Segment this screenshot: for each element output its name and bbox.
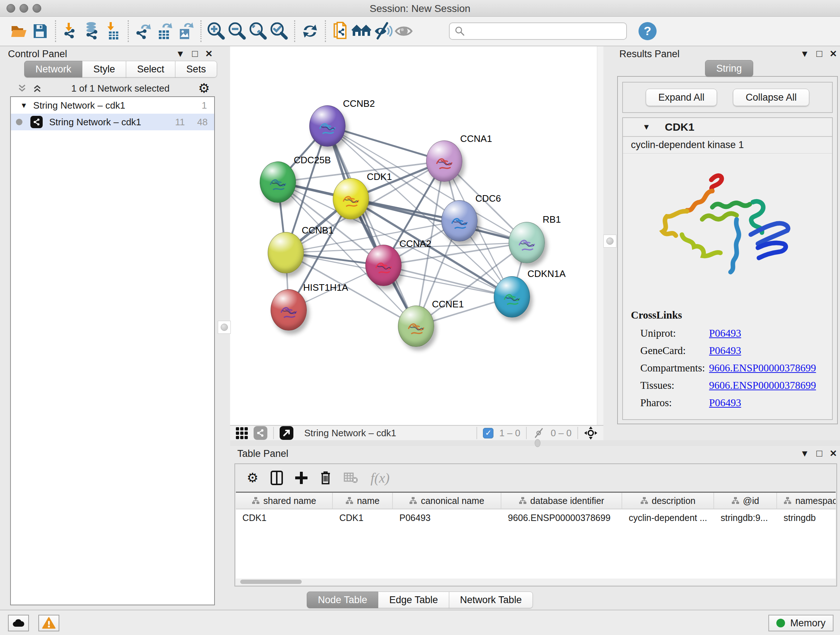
selected-checkbox-icon[interactable]: ✓	[483, 428, 493, 439]
export-table-icon[interactable]	[154, 21, 175, 42]
tab-edge-table[interactable]: Edge Table	[378, 592, 449, 608]
float-panel-icon[interactable]: ▼	[800, 448, 809, 459]
collapse-all-icon[interactable]	[17, 83, 27, 94]
save-session-icon[interactable]	[30, 21, 51, 42]
left-splitter-collapse-handle[interactable]	[218, 321, 231, 334]
refresh-view-icon[interactable]	[300, 21, 321, 42]
crosslink-link[interactable]: P06493	[709, 327, 741, 339]
toolbar-separator	[55, 20, 56, 42]
import-network-file-icon[interactable]	[60, 21, 81, 42]
crosslink-link[interactable]: P06493	[709, 345, 741, 356]
crosslink-link[interactable]: P06493	[709, 397, 741, 409]
column-header-shared-name[interactable]: shared name	[236, 493, 333, 509]
network-node-cdc6[interactable]	[441, 200, 477, 241]
table-horizontal-scrollbar[interactable]	[236, 578, 836, 585]
network-options-gear-icon[interactable]: ⚙	[198, 82, 210, 95]
table-cell[interactable]: stringdb	[777, 509, 836, 526]
table-options-gear-icon[interactable]: ⚙	[247, 471, 258, 485]
network-canvas[interactable]: CCNB2CCNA1CDC25BCDK1CDC6RB1CCNB1CCNA2CDK…	[230, 46, 603, 425]
help-icon[interactable]: ?	[637, 21, 658, 42]
houses-icon[interactable]	[351, 21, 372, 42]
table-row[interactable]: CDK1CDK1P064939606.ENSP00000378699cyclin…	[236, 509, 836, 526]
zoom-in-icon[interactable]	[206, 21, 227, 42]
table-cell[interactable]: P06493	[393, 509, 501, 526]
network-collection-row[interactable]: ▼ String Network – cdk1 1	[11, 97, 214, 114]
network-row-selected[interactable]: String Network – cdk1 11 48	[11, 114, 214, 130]
column-header-canonical-name[interactable]: canonical name	[393, 493, 501, 509]
import-table-icon[interactable]	[103, 21, 123, 42]
table-cell[interactable]: CDK1	[333, 509, 393, 526]
expand-all-button[interactable]: Expand All	[646, 89, 717, 106]
search-input[interactable]	[469, 26, 621, 37]
section-expander-icon[interactable]: ▼	[643, 122, 651, 132]
float-panel-icon[interactable]: ▼	[176, 49, 185, 59]
zoom-out-icon[interactable]	[227, 21, 248, 42]
float-panel-icon[interactable]: ▼	[800, 49, 809, 59]
zoom-selected-icon[interactable]	[269, 21, 290, 42]
open-session-icon[interactable]	[9, 21, 30, 42]
network-node-rb1[interactable]	[508, 222, 545, 263]
cloud-button[interactable]	[8, 615, 29, 631]
column-header-description[interactable]: description	[622, 493, 714, 509]
network-node-ccnb2[interactable]	[309, 105, 346, 147]
gene-symbol: CDK1	[665, 121, 695, 133]
column-header-namespace[interactable]: namespace	[777, 493, 836, 509]
tab-string[interactable]: String	[705, 60, 753, 77]
scrollbar-thumb[interactable]	[240, 580, 302, 584]
close-panel-icon[interactable]: ✕	[829, 448, 837, 459]
collection-expander-icon[interactable]: ▼	[20, 101, 27, 110]
file-share-icon[interactable]	[330, 21, 351, 42]
tab-sets[interactable]: Sets	[175, 61, 217, 78]
hide-eye-slash-icon[interactable]	[372, 21, 393, 42]
table-cell[interactable]: cyclin-dependent ...	[622, 509, 714, 526]
export-image-icon[interactable]	[175, 21, 196, 42]
column-header--id[interactable]: @id	[714, 493, 777, 509]
crosslink-link[interactable]: 9606.ENSP00000378699	[709, 379, 816, 391]
share-view-icon[interactable]	[254, 426, 267, 440]
show-eye-icon[interactable]	[393, 21, 414, 42]
warnings-button[interactable]	[38, 615, 59, 631]
tab-node-table[interactable]: Node Table	[307, 592, 378, 608]
pan-crosshair-icon[interactable]	[584, 426, 598, 440]
network-node-hist1h1a[interactable]	[271, 289, 307, 331]
table-cell[interactable]: CDK1	[236, 509, 333, 526]
import-network-database-icon[interactable]	[81, 21, 103, 42]
zoom-fit-content-icon[interactable]	[248, 21, 269, 42]
tab-network-table[interactable]: Network Table	[449, 592, 533, 608]
network-node-ccnb1[interactable]	[268, 232, 304, 273]
close-panel-icon[interactable]: ✕	[205, 49, 213, 59]
network-node-ccna2[interactable]	[365, 245, 401, 286]
right-splitter-collapse-handle[interactable]	[603, 234, 616, 248]
hidden-eye-slash-icon[interactable]	[532, 428, 545, 439]
table-cell[interactable]: stringdb:9...	[714, 509, 777, 526]
add-column-icon[interactable]	[295, 472, 308, 484]
collapse-all-button[interactable]: Collapse All	[733, 89, 809, 106]
delete-column-icon[interactable]	[320, 470, 332, 485]
gene-section-header[interactable]: ▼ CDK1	[623, 118, 832, 137]
grid-view-icon[interactable]	[236, 427, 248, 439]
network-node-ccne1[interactable]	[398, 306, 434, 347]
memory-button[interactable]: Memory	[768, 615, 834, 631]
show-columns-icon[interactable]	[271, 470, 283, 485]
expand-all-icon[interactable]	[32, 83, 43, 94]
delete-table-icon[interactable]	[344, 472, 358, 484]
table-cell[interactable]: 9606.ENSP00000378699	[501, 509, 622, 526]
splitter-grip[interactable]	[535, 439, 540, 447]
network-node-cdk1[interactable]	[333, 178, 369, 219]
tab-style[interactable]: Style	[82, 61, 126, 78]
maximize-panel-icon[interactable]: □	[816, 448, 822, 458]
close-panel-icon[interactable]: ✕	[829, 49, 837, 59]
birdseye-view-icon[interactable]	[279, 426, 294, 440]
column-header-name[interactable]: name	[333, 493, 393, 509]
export-network-icon[interactable]	[133, 21, 154, 42]
network-node-ccna1[interactable]	[426, 141, 462, 182]
function-builder-icon[interactable]: f(x)	[370, 470, 390, 486]
crosslink-link[interactable]: 9606.ENSP00000378699	[709, 362, 816, 374]
maximize-panel-icon[interactable]: □	[192, 49, 198, 59]
tab-select[interactable]: Select	[126, 61, 175, 78]
column-header-database-identifier[interactable]: database identifier	[501, 493, 622, 509]
tab-network[interactable]: Network	[24, 61, 82, 78]
network-node-cdc25b[interactable]	[260, 162, 296, 203]
network-node-cdkn1a[interactable]	[494, 276, 530, 318]
maximize-panel-icon[interactable]: □	[816, 49, 822, 59]
